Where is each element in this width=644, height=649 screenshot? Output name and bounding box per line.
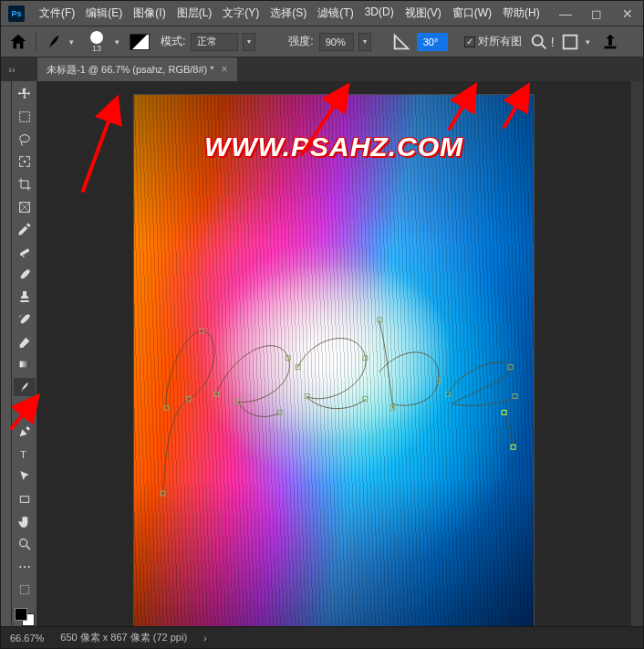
share-icon[interactable] <box>600 32 620 52</box>
mode-label: 模式: <box>161 34 185 49</box>
svg-line-45 <box>12 399 36 428</box>
title-bar: Ps 文件(F) 编辑(E) 图像(I) 图层(L) 文字(Y) 选择(S) 滤… <box>1 1 643 26</box>
frame-icon[interactable] <box>560 32 580 52</box>
angle-icon <box>391 32 411 52</box>
home-icon[interactable] <box>8 32 28 52</box>
tab-drag-icon[interactable]: ›› <box>5 58 19 81</box>
mode-dropdown[interactable]: ▾ <box>243 33 255 51</box>
svg-line-43 <box>450 89 473 129</box>
document-tab[interactable]: 未标题-1 @ 66.7% (psahz, RGB/8#) * × <box>37 58 237 81</box>
frame-dropdown[interactable]: ▾ <box>586 37 595 47</box>
menu-image[interactable]: 图像(I) <box>128 2 171 25</box>
menu-type[interactable]: 文字(Y) <box>217 2 265 25</box>
brush-dropdown[interactable]: ▾ <box>115 37 124 47</box>
annotation-arrows <box>1 81 643 626</box>
minimize-button[interactable]: — <box>550 1 581 26</box>
document-tab-close[interactable]: × <box>222 63 228 76</box>
brush-panel-icon[interactable] <box>130 32 150 52</box>
strength-label: 强度: <box>288 34 313 49</box>
menu-filter[interactable]: 滤镜(T) <box>312 2 358 25</box>
tool-preset-dropdown[interactable]: ▾ <box>69 37 78 47</box>
menu-edit[interactable]: 编辑(E) <box>80 2 128 25</box>
svg-point-0 <box>532 35 542 45</box>
document-tab-label: 未标题-1 @ 66.7% (psahz, RGB/8#) * <box>47 63 214 77</box>
search-icon[interactable] <box>529 32 549 52</box>
close-button[interactable]: ✕ <box>612 1 643 26</box>
status-chevron[interactable]: › <box>203 633 207 644</box>
svg-line-1 <box>541 44 545 48</box>
strength-input[interactable]: 90% <box>319 33 354 51</box>
svg-line-42 <box>302 89 346 154</box>
sample-all-label: 对所有图 <box>478 34 522 49</box>
options-bar: ▾ 13 ▾ 模式: 正常 ▾ 强度: 90% ▾ 30° ✓ 对所有图 ! ▾ <box>1 26 643 58</box>
zoom-level[interactable]: 66.67% <box>10 633 44 644</box>
brush-dot-icon <box>90 31 103 44</box>
sample-all-layers[interactable]: ✓ 对所有图 <box>464 34 522 49</box>
menu-bar: 文件(F) 编辑(E) 图像(I) 图层(L) 文字(Y) 选择(S) 滤镜(T… <box>34 2 545 25</box>
brush-size-label: 13 <box>84 44 109 53</box>
svg-line-44 <box>504 89 526 127</box>
svg-rect-2 <box>563 35 576 48</box>
doc-dimensions[interactable]: 650 像素 x 867 像素 (72 ppi) <box>60 631 187 644</box>
mode-select[interactable]: 正常 <box>191 33 238 51</box>
menu-view[interactable]: 视图(V) <box>400 2 447 25</box>
menu-select[interactable]: 选择(S) <box>265 2 312 25</box>
app-logo: Ps <box>8 5 25 22</box>
separator <box>36 32 36 52</box>
workspace: T ⋯ WWW.PSAHZ.COM <box>1 81 643 626</box>
maximize-button[interactable]: ◻ <box>581 1 612 26</box>
svg-rect-3 <box>604 46 616 48</box>
menu-layer[interactable]: 图层(L) <box>171 2 218 25</box>
tab-bar: 未标题-1 @ 66.7% (psahz, RGB/8#) * × <box>1 58 643 81</box>
sample-all-checkbox[interactable]: ✓ <box>464 37 475 47</box>
tool-preset-icon[interactable] <box>44 32 64 52</box>
warning-icon: ! <box>551 35 555 49</box>
strength-dropdown[interactable]: ▾ <box>358 33 371 51</box>
window-controls: — ◻ ✕ <box>550 1 643 26</box>
angle-input[interactable]: 30° <box>417 33 448 51</box>
menu-window[interactable]: 窗口(W) <box>447 2 497 25</box>
menu-3d[interactable]: 3D(D) <box>359 2 400 25</box>
brush-preview[interactable]: 13 <box>84 31 109 53</box>
menu-help[interactable]: 帮助(H) <box>497 2 545 25</box>
menu-file[interactable]: 文件(F) <box>34 2 80 25</box>
svg-line-41 <box>83 101 116 191</box>
status-bar: 66.67% 650 像素 x 867 像素 (72 ppi) › <box>1 626 643 648</box>
